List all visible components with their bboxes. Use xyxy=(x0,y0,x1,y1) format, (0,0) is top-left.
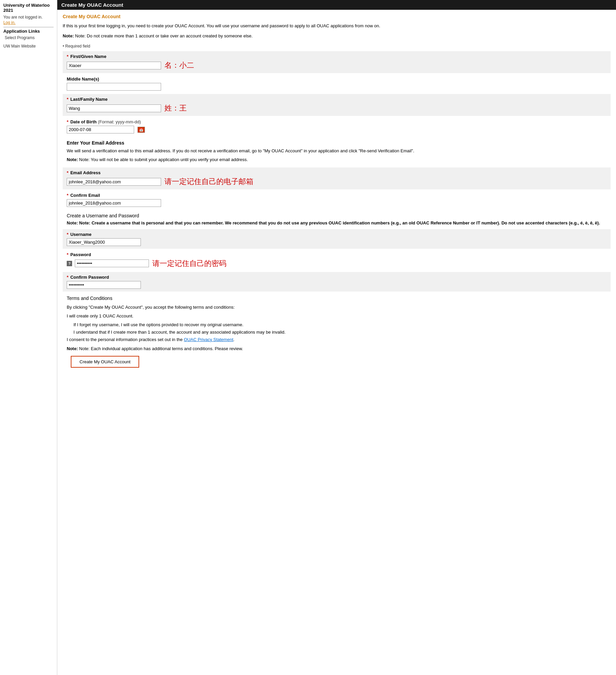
confirm-password-input[interactable] xyxy=(67,281,141,289)
username-section-heading: Create a Username and Password xyxy=(63,210,611,218)
email-section-divider: Enter Your Email Address We will send a … xyxy=(63,137,611,167)
last-name-annotation: 姓：王 xyxy=(164,103,187,113)
dob-required-star: * xyxy=(67,119,68,124)
confirm-email-required-star: * xyxy=(67,193,68,198)
sidebar-item-uw-main-website[interactable]: UW Main Website xyxy=(3,44,54,49)
username-note: Note: Note: Create a username that is pe… xyxy=(63,220,611,229)
confirm-email-input[interactable] xyxy=(67,199,161,207)
password-label: * Password xyxy=(67,252,607,257)
terms-line3: If I forget my username, I will use the … xyxy=(73,321,607,329)
email-section-text: We will send a verification email to thi… xyxy=(67,148,607,154)
terms-line2: I will create only 1 OUAC Account. xyxy=(67,312,607,320)
form-title: Create My OUAC Account xyxy=(63,14,611,19)
username-label: * Username xyxy=(67,232,607,237)
first-name-row: 名：小二 xyxy=(67,60,607,70)
confirm-password-section: * Confirm Password xyxy=(63,272,611,292)
note-no-duplicate: Note: Note: Do not create more than 1 ac… xyxy=(63,33,611,39)
middle-name-section: Middle Name(s) xyxy=(63,74,611,93)
username-required-star: * xyxy=(67,232,68,237)
dob-input[interactable] xyxy=(67,126,134,133)
confirm-password-required-star: * xyxy=(67,275,68,280)
dob-label: * Date of Birth (Format: yyyy-mm-dd) xyxy=(67,119,607,124)
terms-heading: Terms and Conditions xyxy=(67,296,607,301)
first-name-input[interactable] xyxy=(67,62,161,69)
sidebar-application-links-title: Application Links xyxy=(3,27,54,34)
email-address-section: * Email Address 请一定记住自己的电子邮箱 xyxy=(63,167,611,189)
sidebar-university-title: University of Waterloo 2021 xyxy=(3,3,54,13)
last-name-section: * Last/Family Name 姓：王 xyxy=(63,94,611,116)
password-row: ? 请一定记住自己的密码 xyxy=(67,258,607,269)
dob-row: 📅 xyxy=(67,126,607,133)
password-required-star: * xyxy=(67,252,68,257)
terms-line5: I consent to the personal information pr… xyxy=(67,336,607,343)
create-account-button[interactable]: Create My OUAC Account xyxy=(71,356,139,368)
password-help-icon[interactable]: ? xyxy=(67,261,72,266)
email-input[interactable] xyxy=(67,178,161,186)
sidebar-login-link[interactable]: Log in. xyxy=(3,20,54,25)
confirm-email-label: * Confirm Email xyxy=(67,193,607,198)
sidebar: University of Waterloo 2021 You are not … xyxy=(0,0,57,675)
intro-text: If this is your first time logging in, y… xyxy=(63,23,611,29)
middle-name-label: Middle Name(s) xyxy=(67,76,607,82)
sidebar-not-logged-text: You are not logged in. xyxy=(3,15,54,20)
first-name-annotation: 名：小二 xyxy=(164,60,194,70)
password-annotation: 请一定记住自己的密码 xyxy=(152,258,226,269)
email-note: Note: Note: You will not be able to subm… xyxy=(67,156,607,163)
username-section: * Username xyxy=(63,229,611,249)
password-section: * Password ? 请一定记住自己的密码 xyxy=(63,249,611,271)
dob-format-note: (Format: yyyy-mm-dd) xyxy=(98,119,141,124)
first-name-section: * First/Given Name 名：小二 xyxy=(63,51,611,73)
terms-indented-lines: If I forget my username, I will use the … xyxy=(67,321,607,336)
first-name-required-star: * xyxy=(67,54,68,59)
confirm-password-label: * Confirm Password xyxy=(67,275,607,280)
dob-section: * Date of Birth (Format: yyyy-mm-dd) 📅 xyxy=(63,117,611,136)
username-section-header: Create a Username and Password Note: Not… xyxy=(63,210,611,229)
password-input[interactable] xyxy=(75,259,149,267)
calendar-icon[interactable]: 📅 xyxy=(137,127,145,133)
main-content: Create My OUAC Account Create My OUAC Ac… xyxy=(57,0,616,675)
email-section-heading: Enter Your Email Address xyxy=(67,140,607,146)
sidebar-item-select-programs[interactable]: Select Programs xyxy=(3,35,54,40)
page-header-title: Create My OUAC Account xyxy=(61,2,123,8)
first-name-label: * First/Given Name xyxy=(67,54,607,59)
email-required-star: * xyxy=(67,170,68,175)
confirm-email-section: * Confirm Email xyxy=(63,190,611,210)
email-annotation: 请一定记住自己的电子邮箱 xyxy=(164,177,253,187)
page-header: Create My OUAC Account xyxy=(57,0,616,10)
terms-section: Terms and Conditions By clicking "Create… xyxy=(63,292,611,378)
last-name-input[interactable] xyxy=(67,104,161,112)
terms-line1: By clicking "Create My OUAC Account", yo… xyxy=(67,304,607,311)
last-name-required-star: * xyxy=(67,97,68,102)
required-field-note: Required field xyxy=(63,44,611,49)
terms-line4: I understand that if I create more than … xyxy=(73,329,607,336)
email-label: * Email Address xyxy=(67,170,607,175)
username-input[interactable] xyxy=(67,238,141,246)
email-row: 请一定记住自己的电子邮箱 xyxy=(67,177,607,187)
form-area: Create My OUAC Account If this is your f… xyxy=(57,10,616,382)
terms-note: Note: Note: Each individual application … xyxy=(67,346,607,351)
terms-privacy-link[interactable]: OUAC Privacy Statement xyxy=(184,337,234,342)
middle-name-input[interactable] xyxy=(67,83,161,91)
last-name-label: * Last/Family Name xyxy=(67,97,607,102)
last-name-row: 姓：王 xyxy=(67,103,607,113)
